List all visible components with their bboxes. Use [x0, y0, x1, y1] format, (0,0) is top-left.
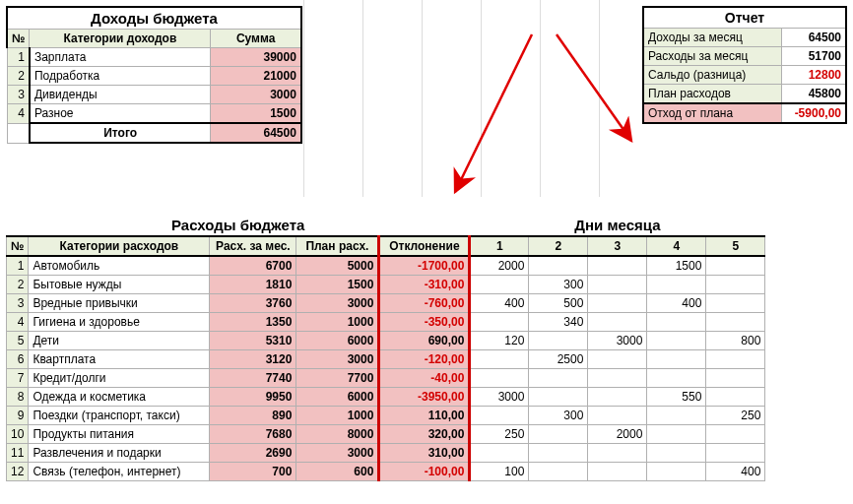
expense-day-cell[interactable]: 2500: [529, 350, 588, 369]
expense-day-cell[interactable]: [529, 425, 588, 444]
expense-row-category[interactable]: Связь (телефон, интернет): [29, 463, 210, 481]
expense-row-category[interactable]: Поездки (транспорт, такси): [29, 407, 210, 425]
expense-day-cell[interactable]: [706, 350, 765, 369]
expense-day-cell[interactable]: [647, 313, 706, 332]
expense-day-cell[interactable]: [706, 313, 765, 332]
expense-row-month[interactable]: 890: [210, 407, 296, 425]
expense-day-cell[interactable]: [588, 276, 647, 294]
expense-day-cell[interactable]: 800: [706, 332, 765, 350]
expense-day-cell[interactable]: [529, 444, 588, 463]
expense-day-cell[interactable]: 340: [529, 313, 588, 332]
expense-row-category[interactable]: Вредные привычки: [29, 294, 210, 313]
income-row-category[interactable]: Разное: [30, 104, 211, 124]
expense-row-month[interactable]: 3120: [210, 350, 296, 369]
expense-day-cell[interactable]: [588, 444, 647, 463]
expense-day-cell[interactable]: 400: [470, 294, 529, 313]
expense-row-dev[interactable]: -310,00: [379, 276, 470, 294]
expense-day-cell[interactable]: 300: [529, 276, 588, 294]
expense-day-cell[interactable]: [647, 332, 706, 350]
income-row-num[interactable]: 4: [7, 104, 30, 124]
expense-day-cell[interactable]: 3000: [588, 332, 647, 350]
expense-day-cell[interactable]: [588, 463, 647, 481]
expense-day-cell[interactable]: [588, 350, 647, 369]
expense-day-cell[interactable]: [470, 369, 529, 388]
expense-day-cell[interactable]: [706, 388, 765, 407]
expense-row-num[interactable]: 6: [7, 350, 29, 369]
expense-day-cell[interactable]: 400: [706, 463, 765, 481]
expense-day-cell[interactable]: [588, 256, 647, 276]
expense-day-cell[interactable]: 250: [706, 407, 765, 425]
income-row-category[interactable]: Дивиденды: [30, 86, 211, 104]
income-row-category[interactable]: Зарплата: [30, 48, 211, 67]
expense-row-category[interactable]: Кредит/долги: [29, 369, 210, 388]
expense-row-num[interactable]: 8: [7, 388, 29, 407]
expense-row-category[interactable]: Продукты питания: [29, 425, 210, 444]
expense-day-cell[interactable]: [470, 444, 529, 463]
expense-row-plan[interactable]: 6000: [296, 332, 379, 350]
expense-row-dev[interactable]: 690,00: [379, 332, 470, 350]
expense-day-cell[interactable]: [588, 388, 647, 407]
expense-day-cell[interactable]: 1500: [647, 256, 706, 276]
expense-row-num[interactable]: 5: [7, 332, 29, 350]
expense-day-cell[interactable]: [706, 369, 765, 388]
expense-row-category[interactable]: Одежда и косметика: [29, 388, 210, 407]
expense-row-num[interactable]: 1: [7, 256, 29, 276]
income-row-sum[interactable]: 21000: [211, 67, 301, 86]
expense-day-cell[interactable]: 550: [647, 388, 706, 407]
expense-row-dev[interactable]: -1700,00: [379, 256, 470, 276]
expense-day-cell[interactable]: [647, 369, 706, 388]
income-row-category[interactable]: Подработка: [30, 67, 211, 86]
expense-row-month[interactable]: 7740: [210, 369, 296, 388]
expense-row-plan[interactable]: 600: [296, 463, 379, 481]
income-row-sum[interactable]: 1500: [211, 104, 301, 124]
expense-row-dev[interactable]: -3950,00: [379, 388, 470, 407]
expense-day-cell[interactable]: [588, 313, 647, 332]
expense-day-cell[interactable]: [470, 313, 529, 332]
expense-row-month[interactable]: 1810: [210, 276, 296, 294]
expense-row-plan[interactable]: 1500: [296, 276, 379, 294]
expense-row-month[interactable]: 3760: [210, 294, 296, 313]
expense-day-cell[interactable]: [706, 444, 765, 463]
expense-row-dev[interactable]: -760,00: [379, 294, 470, 313]
expense-day-cell[interactable]: [529, 388, 588, 407]
income-row-num[interactable]: 3: [7, 86, 30, 104]
expense-row-category[interactable]: Дети: [29, 332, 210, 350]
expense-day-cell[interactable]: [647, 463, 706, 481]
expense-row-plan[interactable]: 5000: [296, 256, 379, 276]
expense-row-plan[interactable]: 8000: [296, 425, 379, 444]
expense-row-num[interactable]: 3: [7, 294, 29, 313]
expense-row-plan[interactable]: 1000: [296, 313, 379, 332]
expense-row-category[interactable]: Квартплата: [29, 350, 210, 369]
expense-day-cell[interactable]: [529, 369, 588, 388]
expense-day-cell[interactable]: 500: [529, 294, 588, 313]
expense-row-num[interactable]: 7: [7, 369, 29, 388]
income-row-num[interactable]: 1: [7, 48, 30, 67]
expense-row-category[interactable]: Бытовые нужды: [29, 276, 210, 294]
expense-day-cell[interactable]: [706, 425, 765, 444]
expense-row-month[interactable]: 700: [210, 463, 296, 481]
expense-day-cell[interactable]: 3000: [470, 388, 529, 407]
expense-row-plan[interactable]: 3000: [296, 444, 379, 463]
expense-day-cell[interactable]: [588, 294, 647, 313]
expense-day-cell[interactable]: 300: [529, 407, 588, 425]
expense-row-category[interactable]: Развлечения и подарки: [29, 444, 210, 463]
expense-day-cell[interactable]: [529, 463, 588, 481]
expense-day-cell[interactable]: [647, 425, 706, 444]
expense-day-cell[interactable]: [647, 407, 706, 425]
expense-day-cell[interactable]: [588, 407, 647, 425]
expense-row-plan[interactable]: 3000: [296, 350, 379, 369]
expense-row-category[interactable]: Гигиена и здоровье: [29, 313, 210, 332]
expense-day-cell[interactable]: 400: [647, 294, 706, 313]
expense-row-dev[interactable]: -350,00: [379, 313, 470, 332]
income-row-sum[interactable]: 39000: [211, 48, 301, 67]
expense-row-num[interactable]: 4: [7, 313, 29, 332]
income-row-sum[interactable]: 3000: [211, 86, 301, 104]
expense-row-num[interactable]: 9: [7, 407, 29, 425]
expense-row-dev[interactable]: -40,00: [379, 369, 470, 388]
expense-row-num[interactable]: 11: [7, 444, 29, 463]
expense-row-dev[interactable]: -100,00: [379, 463, 470, 481]
expense-row-plan[interactable]: 1000: [296, 407, 379, 425]
expense-row-month[interactable]: 2690: [210, 444, 296, 463]
expense-day-cell[interactable]: 250: [470, 425, 529, 444]
expense-row-num[interactable]: 12: [7, 463, 29, 481]
